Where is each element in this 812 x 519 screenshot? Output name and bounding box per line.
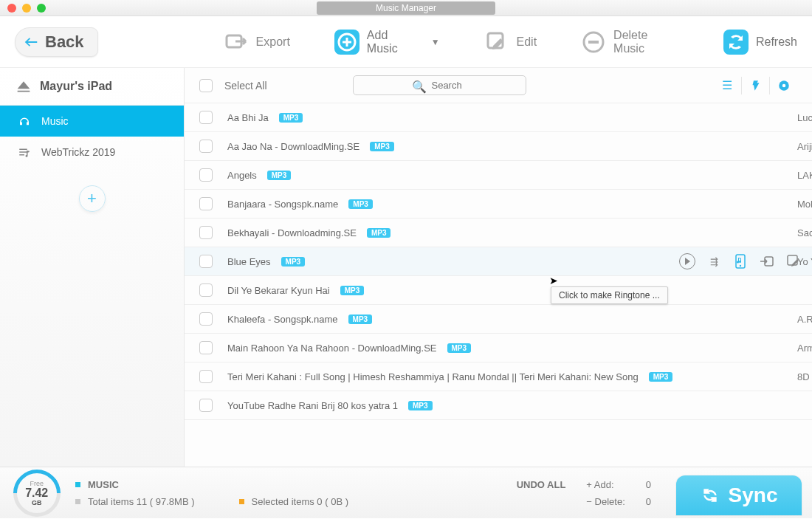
song-title: Aa Bhi Ja <box>227 112 269 123</box>
refresh-button[interactable]: Refresh <box>723 30 797 55</box>
gauge-unit: GB <box>25 499 48 506</box>
play-icon[interactable] <box>679 253 695 269</box>
music-category-label: MUSIC <box>88 479 119 490</box>
table-row[interactable]: Bekhayali - Downloadming.SE MP3 Sachet T… <box>185 219 812 247</box>
export-button[interactable]: Export <box>224 30 290 55</box>
song-title: Khaleefa - Songspk.name <box>227 314 338 325</box>
add-music-button[interactable]: Add Music ▼ <box>334 29 440 55</box>
song-artist: LAKEY INS... <box>797 170 812 181</box>
table-row[interactable]: Blue Eyes MP3 ⇶ Yo Yo Hon... Blue Eyes -… <box>185 247 812 276</box>
table-row[interactable]: Dil Ye Bekarar Kyun Hai MP3 Players 04:3… <box>185 276 812 305</box>
row-checkbox[interactable] <box>199 226 213 239</box>
export-icon <box>224 30 249 55</box>
list-header: Select All 🔍 ☰ <box>185 68 812 103</box>
song-list: Aa Bhi Ja MP3 Lucky Ali Get Lucky -... 0… <box>185 103 812 467</box>
delete-count: 0 <box>646 496 651 507</box>
storage-gauge: Free 7.42 GB <box>4 459 71 519</box>
window-minimize-button[interactable] <box>22 4 31 13</box>
playlist-icon <box>18 145 31 159</box>
window-maximize-button[interactable] <box>37 4 46 13</box>
table-row[interactable]: Main Rahoon Ya Na Rahoon - DownloadMing.… <box>185 334 812 362</box>
add-label: + Add: <box>586 479 613 490</box>
row-checkbox[interactable] <box>199 111 213 124</box>
search-icon: 🔍 <box>412 80 427 94</box>
delete-music-button[interactable]: Delete Music <box>581 29 679 55</box>
search-field[interactable]: 🔍 <box>353 75 526 95</box>
row-checkbox[interactable] <box>199 168 213 182</box>
song-title: Main Rahoon Ya Na Rahoon - DownloadMing.… <box>227 343 437 354</box>
table-row[interactable]: Aa Jao Na - DownloadMing.SE MP3 Arijit S… <box>185 132 812 161</box>
add-count: 0 <box>646 479 651 490</box>
window-close-button[interactable] <box>7 4 16 13</box>
row-checkbox[interactable] <box>199 140 213 153</box>
format-badge: MP3 <box>370 142 394 151</box>
export-row-icon[interactable] <box>759 253 775 269</box>
row-checkbox[interactable] <box>199 197 213 210</box>
select-all-checkbox[interactable] <box>199 79 213 92</box>
chevron-down-icon[interactable]: ▼ <box>431 37 440 47</box>
sidebar-item-music[interactable]: Music <box>0 106 184 137</box>
toolbar: Back Export Add Music ▼ Edit Delete Musi… <box>0 16 812 68</box>
song-artist: Arijit Singh... <box>797 141 812 152</box>
format-badge: MP3 <box>447 343 472 353</box>
format-badge: MP3 <box>279 113 303 123</box>
svg-point-6 <box>782 83 785 87</box>
add-playlist-button[interactable]: + <box>79 185 106 212</box>
song-title: Blue Eyes <box>227 256 271 267</box>
format-badge: MP3 <box>348 199 373 209</box>
song-artist: Mohamme... <box>797 199 812 210</box>
refresh-label: Refresh <box>756 35 797 49</box>
sidebar: Mayur's iPad Music WebTrickz 2019 + <box>0 68 185 467</box>
song-title: Aa Jao Na - DownloadMing.SE <box>227 141 359 152</box>
add-music-icon <box>334 30 359 55</box>
gauge-value: 7.42 <box>25 487 48 499</box>
table-row[interactable]: Khaleefa - Songspk.name MP3 A.R.Rahman L… <box>185 305 812 334</box>
row-checkbox[interactable] <box>199 399 213 412</box>
format-badge: MP3 <box>367 228 391 238</box>
select-all-label: Select All <box>224 80 267 92</box>
tooltip: Click to make Ringtone ... <box>551 286 668 304</box>
table-row[interactable]: Teri Meri Kahani : Full Song | Himesh Re… <box>185 362 812 391</box>
svg-point-8 <box>740 265 741 267</box>
view-list-icon[interactable]: ☰ <box>713 77 741 94</box>
song-artist: Lucky Ali <box>797 112 812 123</box>
row-checkbox[interactable] <box>199 312 213 326</box>
ringtone-icon[interactable] <box>732 253 749 269</box>
song-artist: Yo Yo Hon... <box>797 256 812 267</box>
total-items-label: Total items 11 ( 97.8MB ) <box>88 496 195 507</box>
add-music-label: Add Music <box>367 29 419 55</box>
device-row[interactable]: Mayur's iPad <box>0 68 184 106</box>
table-row[interactable]: Banjaara - Songspk.name MP3 Mohamme... M… <box>185 190 812 219</box>
row-checkbox[interactable] <box>199 341 213 354</box>
device-icon <box>16 80 31 93</box>
edit-icon <box>484 30 509 55</box>
export-label: Export <box>256 35 290 49</box>
row-checkbox[interactable] <box>199 370 213 383</box>
delete-duplicates-icon[interactable] <box>741 77 769 94</box>
gauge-free-label: Free <box>25 480 48 487</box>
format-badge: MP3 <box>281 257 306 267</box>
song-title: Banjaara - Songspk.name <box>227 199 338 210</box>
song-artist: 8D SOUNDS <box>797 371 812 382</box>
table-row[interactable]: Aa Bhi Ja MP3 Lucky Ali Get Lucky -... 0… <box>185 103 812 132</box>
row-checkbox[interactable] <box>199 255 213 268</box>
sync-button[interactable]: Sync <box>676 475 802 515</box>
song-title: Angels <box>227 170 257 181</box>
table-row[interactable]: Angels MP3 LAKEY INS... 04:18 <box>185 161 812 190</box>
disc-icon[interactable] <box>769 77 797 94</box>
back-button[interactable]: Back <box>15 27 98 57</box>
svg-rect-10 <box>788 255 797 265</box>
back-label: Back <box>45 32 84 52</box>
undo-all-button[interactable]: UNDO ALL <box>517 479 566 490</box>
edit-button[interactable]: Edit <box>484 30 537 55</box>
table-row[interactable]: YouTube Radhe Rani Brij 80 kos yatra 1 M… <box>185 391 812 420</box>
edit-label: Edit <box>517 35 537 49</box>
delete-icon <box>581 30 606 55</box>
format-badge: MP3 <box>408 401 433 410</box>
queue-icon[interactable]: ⇶ <box>706 253 722 269</box>
format-badge: MP3 <box>348 315 373 324</box>
row-checkbox[interactable] <box>199 283 213 297</box>
song-title: Dil Ye Bekarar Kyun Hai <box>227 285 330 296</box>
search-input[interactable] <box>353 75 526 95</box>
sidebar-item-playlist[interactable]: WebTrickz 2019 <box>0 137 184 168</box>
